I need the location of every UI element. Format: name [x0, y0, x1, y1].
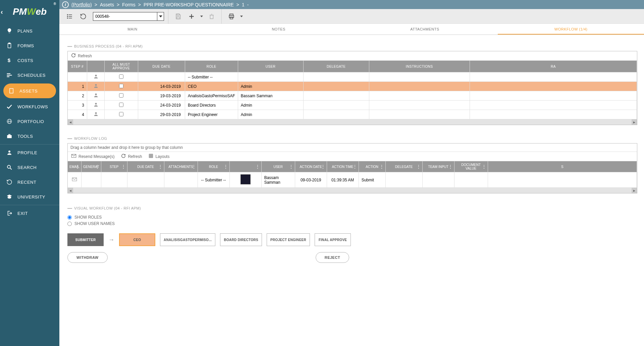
sidebar-item-forms[interactable]: FORMS — [0, 38, 59, 53]
breadcrumb-form-name[interactable]: PPR PRE-WORKSHOP QUESTIONNAIRE — [144, 2, 234, 7]
bp-header-instructions[interactable]: INSTRUCTIONS — [369, 61, 470, 72]
workflow-node-analisis[interactable]: ANALISISGASTOPERMISO... — [160, 233, 215, 246]
column-menu-icon[interactable]: ⋮ — [95, 164, 100, 169]
log-head-action-date[interactable]: ACTION DATE⋮ — [295, 161, 327, 172]
scroll-right-icon[interactable]: ► — [632, 119, 637, 125]
show-users-option[interactable]: SHOW USER NAMES — [67, 221, 637, 226]
layouts-button[interactable]: Layouts — [149, 154, 169, 159]
bp-approve-checkbox[interactable] — [119, 93, 123, 98]
history-button[interactable] — [77, 11, 89, 22]
add-button[interactable] — [186, 11, 197, 22]
workflow-log-header[interactable]: — WORKFLOW LOG — [67, 136, 637, 141]
column-menu-icon[interactable]: ⋮ — [223, 164, 228, 169]
workflow-node-ceo[interactable]: CEO — [119, 233, 155, 246]
log-head-delegate[interactable]: DELEGATE⋮ — [386, 161, 423, 172]
bp-approve-checkbox[interactable] — [119, 74, 123, 79]
breadcrumb-assets[interactable]: Assets — [100, 2, 114, 7]
sidebar-item-exit[interactable]: EXIT — [0, 206, 59, 221]
tab-notes[interactable]: NOTES — [206, 24, 352, 35]
bp-row[interactable]: 4 29-03-2019 Project Engineer Admin — [68, 110, 637, 119]
bp-approve-checkbox[interactable] — [119, 103, 123, 107]
info-icon[interactable]: i — [62, 1, 69, 8]
wflog-refresh-button[interactable]: Refresh — [121, 154, 142, 159]
column-menu-icon[interactable]: ⋮ — [158, 164, 163, 169]
column-menu-icon[interactable]: ⋮ — [192, 164, 196, 169]
sidebar-item-schedules[interactable]: SCHEDULES — [0, 68, 59, 82]
breadcrumb-forms[interactable]: Forms — [122, 2, 136, 7]
record-id-input[interactable] — [93, 12, 157, 21]
visual-workflow-header[interactable]: — VISUAL WORKFLOW (04 - RFI APM) — [67, 206, 637, 211]
tab-attachments[interactable]: ATTACHMENTS — [352, 24, 498, 35]
bp-row[interactable]: -- Submitter -- — [68, 72, 637, 82]
sidebar-item-search[interactable]: SEARCH — [0, 160, 59, 175]
sidebar-item-assets[interactable]: ASSETS — [3, 83, 56, 98]
bp-approve-checkbox[interactable] — [119, 112, 123, 116]
bp-header-step[interactable]: STEP # — [68, 61, 87, 72]
withdraw-button[interactable]: WITHDRAW — [67, 252, 108, 263]
breadcrumb-record-num[interactable]: 1 — [242, 2, 245, 7]
group-hint[interactable]: Drag a column header and drop it here to… — [68, 143, 637, 152]
bp-approve-checkbox[interactable] — [119, 84, 123, 88]
sidebar-item-university[interactable]: UNIVERSITY — [0, 189, 59, 204]
resend-button[interactable]: Resend Message(s) — [71, 154, 114, 159]
print-dropdown-button[interactable] — [239, 11, 244, 22]
log-email-cell[interactable] — [68, 172, 82, 188]
log-head-s[interactable]: S — [488, 161, 637, 172]
bp-header-delegate[interactable]: DELEGATE — [304, 61, 369, 72]
log-head-due[interactable]: DUE DATE⋮ — [127, 161, 164, 172]
column-menu-icon[interactable]: ⋮ — [448, 164, 453, 169]
print-button[interactable] — [226, 11, 237, 22]
breadcrumb-portfolio[interactable]: (Portfolio) — [71, 2, 92, 7]
bp-header-role[interactable]: ROLE — [185, 61, 238, 72]
log-head-generate[interactable]: GENERAT⋮ — [82, 161, 101, 172]
scroll-right-icon[interactable]: ► — [632, 188, 637, 193]
bp-refresh-button[interactable]: Refresh — [78, 54, 92, 58]
column-menu-icon[interactable]: ⋮ — [255, 164, 260, 169]
scroll-left-icon[interactable]: ◄ — [68, 119, 73, 125]
log-head-doc-value[interactable]: DOCUMENT VALUE⋮ — [454, 161, 488, 172]
log-head-user[interactable]: USER⋮ — [262, 161, 295, 172]
tab-main[interactable]: MAIN — [59, 24, 206, 35]
show-roles-radio[interactable] — [67, 215, 72, 220]
reject-button[interactable]: REJECT — [316, 252, 349, 263]
log-head-team-input[interactable]: TEAM INPUT⋮ — [423, 161, 454, 172]
sidebar-item-recent[interactable]: RECENT — [0, 175, 59, 189]
column-menu-icon[interactable]: ⋮ — [416, 164, 421, 169]
log-head-role[interactable]: ROLE⋮ — [198, 161, 230, 172]
delete-button[interactable] — [206, 11, 217, 22]
sidebar-item-tools[interactable]: TOOLS — [0, 129, 59, 143]
log-head-avatar[interactable]: ⋮ — [230, 161, 262, 172]
bp-header-user[interactable]: USER — [238, 61, 304, 72]
bp-row[interactable]: 1 14-03-2019 CEO Admin — [68, 82, 637, 91]
bp-header-due[interactable]: DUE DATE — [138, 61, 185, 72]
column-menu-icon[interactable]: ⋮ — [353, 164, 357, 169]
list-button[interactable] — [64, 11, 75, 22]
tab-workflow[interactable]: WORKFLOW (1/4) — [498, 24, 644, 35]
column-menu-icon[interactable]: ⋮ — [75, 164, 80, 169]
save-button[interactable] — [172, 11, 184, 22]
record-dropdown-button[interactable] — [157, 12, 164, 21]
scroll-left-icon[interactable]: ◄ — [68, 188, 73, 193]
column-menu-icon[interactable]: ⋮ — [121, 164, 126, 169]
sidebar-item-profile[interactable]: PROFILE — [0, 145, 59, 160]
bp-row[interactable]: 2 19-03-2019 AnalisisGastoPermisoSAF Bas… — [68, 91, 637, 101]
column-menu-icon[interactable]: ⋮ — [321, 164, 325, 169]
sidebar-item-plans[interactable]: PLANS — [0, 23, 59, 38]
sidebar-item-portfolio[interactable]: PORTFOLIO — [0, 114, 59, 129]
sidebar-item-workflows[interactable]: WORKFLOWS — [0, 99, 59, 114]
business-process-header[interactable]: — BUSINESS PROCESS (04 - RFI APM) — [67, 44, 637, 49]
bp-header-ra[interactable]: RA — [470, 61, 637, 72]
log-head-attach[interactable]: ATTACHMENTS⋮ — [164, 161, 198, 172]
workflow-node-submitter[interactable]: SUBMITTER — [67, 233, 104, 246]
log-head-action[interactable]: ACTION⋮ — [359, 161, 386, 172]
log-head-step[interactable]: STEP⋮ — [101, 161, 127, 172]
column-menu-icon[interactable]: ⋮ — [482, 164, 486, 169]
column-menu-icon[interactable]: ⋮ — [379, 164, 384, 169]
bp-row[interactable]: 3 24-03-2019 Board Directors Admin — [68, 101, 637, 110]
log-row[interactable]: -- Submitter -- Bassam Samman 09-03-2019… — [68, 172, 637, 188]
add-dropdown-button[interactable] — [199, 11, 204, 22]
workflow-node-board[interactable]: BOARD DIRECTORS — [220, 233, 262, 246]
show-users-radio[interactable] — [67, 222, 72, 226]
log-hscroll[interactable]: ◄ ► — [68, 188, 637, 193]
log-head-email[interactable]: EMAIL⋮ — [68, 161, 82, 172]
